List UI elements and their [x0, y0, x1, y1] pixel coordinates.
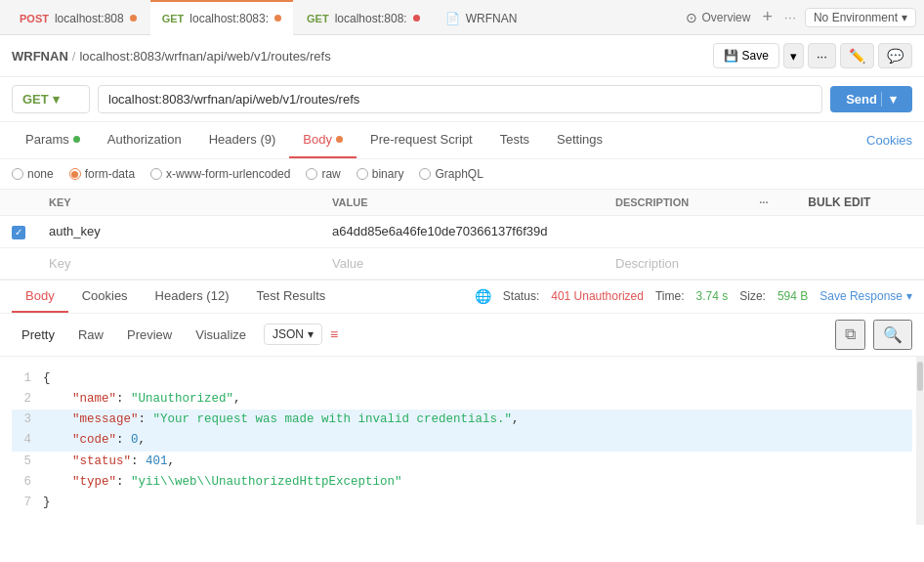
- more-options-button[interactable]: ···: [808, 43, 836, 68]
- radio-urlencoded[interactable]: [150, 168, 162, 180]
- placeholder-value[interactable]: Value: [320, 247, 604, 279]
- tab-bar: POST localhost:808 GET localhost:8083: G…: [0, 0, 924, 35]
- edit-button[interactable]: ✏️: [840, 43, 874, 68]
- save-dropdown-button[interactable]: ▾: [783, 43, 804, 68]
- tab-params[interactable]: Params: [12, 122, 94, 158]
- radio-graphql[interactable]: [419, 168, 431, 180]
- th-description: DESCRIPTION: [604, 190, 747, 216]
- save-button[interactable]: 💾 Save: [713, 43, 779, 68]
- file-icon: 📄: [445, 12, 460, 25]
- request-tabs: Params Authorization Headers (9) Body Pr…: [0, 122, 924, 159]
- row-checkbox-cell[interactable]: [0, 216, 37, 248]
- tab-label: WRFNAN: [466, 12, 518, 25]
- option-form-data[interactable]: form-data: [69, 167, 135, 181]
- overview-tab[interactable]: ⊙ Overview: [686, 10, 750, 25]
- method-label: GET: [162, 13, 185, 24]
- breadcrumb-path: localhost:8083/wrfnan/api/web/v1/routes/…: [79, 49, 330, 64]
- send-dropdown-icon[interactable]: ▾: [881, 92, 897, 107]
- save-response-chevron: ▾: [906, 289, 912, 303]
- tab-body[interactable]: Body: [289, 122, 357, 158]
- option-graphql[interactable]: GraphQL: [419, 167, 483, 181]
- row-description[interactable]: [604, 216, 747, 248]
- params-table: KEY VALUE DESCRIPTION ··· Bulk Edit auth…: [0, 190, 924, 280]
- tab-pre-request[interactable]: Pre-request Script: [357, 122, 486, 158]
- more-tabs-button[interactable]: ···: [784, 11, 797, 24]
- option-none[interactable]: none: [12, 167, 54, 181]
- code-line-5: 5 "status": 401,: [12, 452, 912, 472]
- send-label: Send: [846, 92, 877, 107]
- size-value: 594 B: [777, 289, 808, 303]
- header-actions: 💾 Save ▾ ··· ✏️ 💬: [713, 43, 912, 68]
- new-tab-button[interactable]: +: [758, 7, 777, 27]
- tab-headers[interactable]: Headers (9): [195, 122, 290, 158]
- tab-post[interactable]: POST localhost:808: [8, 0, 148, 35]
- size-label: Size:: [739, 289, 766, 303]
- method-chevron: ▾: [53, 92, 60, 107]
- request-line: GET ▾ Send ▾: [0, 77, 924, 122]
- placeholder-key[interactable]: Key: [37, 247, 320, 279]
- resp-tab-headers[interactable]: Headers (12): [142, 281, 243, 313]
- response-status-area: 🌐 Status: 401 Unauthorized Time: 3.74 s …: [475, 288, 912, 304]
- body-options: none form-data x-www-form-urlencoded raw…: [0, 159, 924, 190]
- format-selector[interactable]: JSON ▾: [264, 324, 322, 345]
- search-button[interactable]: 🔍: [873, 320, 912, 350]
- table-row: auth_key a64dd85e6a46fe10de70366137f6f39…: [0, 216, 924, 248]
- resp-tab-body[interactable]: Body: [12, 281, 68, 313]
- code-content-7: }: [43, 493, 912, 513]
- tab-get-2[interactable]: GET localhost:808:: [295, 0, 432, 35]
- th-bulk-edit[interactable]: Bulk Edit: [796, 190, 924, 216]
- placeholder-checkbox: [0, 247, 37, 279]
- copy-button[interactable]: ⧉: [835, 320, 865, 350]
- row-key[interactable]: auth_key: [37, 216, 320, 248]
- globe-icon: 🌐: [475, 288, 491, 304]
- fmt-tab-pretty[interactable]: Pretty: [12, 324, 64, 346]
- tab-get-active[interactable]: GET localhost:8083:: [150, 0, 293, 35]
- option-binary[interactable]: binary: [357, 167, 404, 181]
- code-content-1: {: [43, 368, 912, 389]
- placeholder-description[interactable]: Description: [604, 247, 747, 279]
- tab-settings[interactable]: Settings: [543, 122, 616, 158]
- unsaved-dot: [130, 15, 137, 22]
- cookies-link[interactable]: Cookies: [866, 133, 912, 148]
- radio-binary[interactable]: [357, 168, 368, 180]
- option-raw[interactable]: raw: [306, 167, 340, 181]
- method-value: GET: [22, 92, 49, 107]
- line-num-7: 7: [12, 493, 31, 513]
- code-line-6: 6 "type": "yii\\web\\UnauthorizedHttpExc…: [12, 472, 912, 493]
- scrollbar[interactable]: [916, 357, 924, 526]
- fmt-tab-raw[interactable]: Raw: [68, 324, 113, 346]
- unsaved-dot: [413, 15, 420, 22]
- save-response-button[interactable]: Save Response ▾: [819, 289, 912, 303]
- tab-tests[interactable]: Tests: [486, 122, 543, 158]
- row-actions[interactable]: [747, 216, 796, 248]
- radio-form-data[interactable]: [69, 168, 81, 180]
- radio-raw[interactable]: [306, 168, 317, 180]
- radio-none[interactable]: [12, 168, 23, 180]
- row-checkbox[interactable]: [12, 226, 25, 239]
- tab-wrfnan[interactable]: 📄 WRFNAN: [434, 0, 529, 35]
- filter-icon[interactable]: ≡: [330, 326, 338, 342]
- send-button[interactable]: Send ▾: [830, 86, 912, 112]
- save-icon: 💾: [724, 49, 738, 63]
- url-input[interactable]: [98, 85, 822, 113]
- th-more[interactable]: ···: [747, 190, 796, 216]
- environment-selector[interactable]: No Environment ▾: [805, 8, 916, 27]
- more-icon[interactable]: ···: [759, 196, 768, 208]
- code-line-7: 7 }: [12, 493, 912, 513]
- address-bar: WRFNAN / localhost:8083/wrfnan/api/web/v…: [0, 35, 924, 77]
- format-tabs: Pretty Raw Preview Visualize JSON ▾ ≡ ⧉ …: [0, 314, 924, 357]
- option-urlencoded[interactable]: x-www-form-urlencoded: [150, 167, 290, 181]
- method-selector[interactable]: GET ▾: [12, 85, 90, 113]
- tab-authorization[interactable]: Authorization: [94, 122, 195, 158]
- env-label: No Environment: [814, 11, 898, 24]
- fmt-tab-preview[interactable]: Preview: [117, 324, 182, 346]
- resp-tab-test-results[interactable]: Test Results: [242, 281, 339, 313]
- line-num-2: 2: [12, 389, 31, 410]
- row-value[interactable]: a64dd85e6a46fe10de70366137f6f39d: [320, 216, 604, 248]
- resp-tab-cookies[interactable]: Cookies: [68, 281, 142, 313]
- comment-button[interactable]: 💬: [878, 43, 912, 68]
- tab-extras: ⊙ Overview + ··· No Environment ▾: [686, 7, 916, 27]
- status-label: Status:: [503, 289, 539, 303]
- fmt-tab-visualize[interactable]: Visualize: [186, 324, 256, 346]
- code-response: 1 { 2 "name": "Unauthorized", 3 "message…: [0, 357, 924, 526]
